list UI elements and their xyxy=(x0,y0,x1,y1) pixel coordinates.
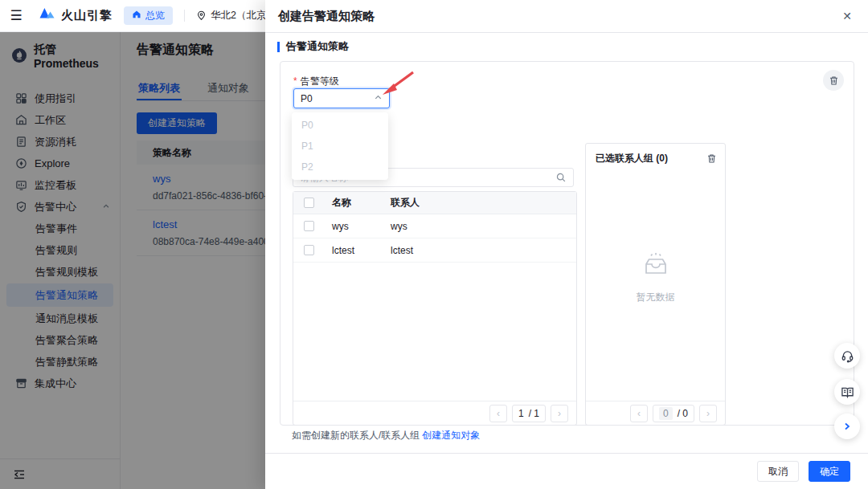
contact-row[interactable]: lctest lctest xyxy=(293,238,576,263)
book-icon xyxy=(841,385,854,399)
hint-text: 如需创建新的联系人/联系人组 xyxy=(292,430,420,441)
contact-person: wys xyxy=(391,221,576,232)
contact-table-header: 名称 联系人 xyxy=(293,192,576,214)
delete-card-button[interactable] xyxy=(823,70,844,91)
alert-level-value: P0 xyxy=(301,93,313,104)
alert-level-select[interactable]: P0 xyxy=(293,88,390,108)
section-title: 告警通知策略 xyxy=(277,39,349,54)
overview-badge-label: 总览 xyxy=(145,9,165,22)
clear-selected-button[interactable] xyxy=(706,153,717,164)
row-checkbox[interactable] xyxy=(304,221,314,231)
modal-dim-overlay xyxy=(0,32,265,489)
volcano-logo-icon xyxy=(39,7,56,25)
alert-level-label: *告警等级 xyxy=(293,75,339,88)
contact-group-table: 名称 联系人 wys wys lctest lctest ‹ 1 xyxy=(293,191,577,426)
column-name: 名称 xyxy=(314,196,391,210)
option-p2[interactable]: P2 xyxy=(292,157,388,177)
selected-panel-header: 已选联系人组 (0) xyxy=(586,144,725,165)
select-all-checkbox[interactable] xyxy=(304,198,314,208)
page-indicator[interactable]: 0 / 0 xyxy=(653,405,694,422)
page-total: / 0 xyxy=(678,408,688,419)
empty-state-text: 暂无数据 xyxy=(586,291,725,304)
brand-name: 火山引擎 xyxy=(61,8,113,23)
selected-panel-title: 已选联系人组 (0) xyxy=(596,152,668,165)
close-icon[interactable]: ✕ xyxy=(839,6,855,26)
location-pin-icon xyxy=(196,10,207,21)
drawer-title: 创建告警通知策略 xyxy=(278,9,375,24)
alert-level-label-text: 告警等级 xyxy=(301,75,339,87)
selected-groups-panel: 已选联系人组 (0) 暂无数据 ‹ 0 xyxy=(585,143,726,426)
page-indicator[interactable]: 1 / 1 xyxy=(512,405,546,422)
empty-inbox-icon xyxy=(641,252,671,278)
drawer-header: 创建告警通知策略 ✕ xyxy=(265,0,868,33)
trash-icon xyxy=(706,153,717,164)
create-policy-drawer: 创建告警通知策略 ✕ 告警通知策略 *告警等级 P0 xyxy=(265,0,868,489)
contact-person: lctest xyxy=(391,245,576,256)
home-icon xyxy=(132,10,141,22)
next-page-button[interactable]: › xyxy=(699,405,717,422)
contact-name: wys xyxy=(314,221,391,232)
overview-badge[interactable]: 总览 xyxy=(124,6,173,25)
empty-state: 暂无数据 xyxy=(586,252,725,304)
page-total: / 1 xyxy=(529,408,539,419)
contact-table-pagination: ‹ 1 / 1 › xyxy=(293,401,576,425)
topbar-divider xyxy=(184,10,185,22)
search-icon[interactable] xyxy=(555,172,567,183)
required-asterisk: * xyxy=(293,75,297,87)
prev-page-button[interactable]: ‹ xyxy=(489,405,507,422)
page-current: 1 xyxy=(518,408,524,419)
section-title-text: 告警通知策略 xyxy=(286,39,349,54)
chevron-up-icon xyxy=(374,93,383,104)
expand-panel-button[interactable] xyxy=(834,414,860,439)
page-current: 0 xyxy=(659,407,673,420)
trash-icon xyxy=(829,75,839,86)
section-accent-bar xyxy=(277,42,280,52)
confirm-button[interactable]: 确定 xyxy=(809,461,850,482)
support-button[interactable] xyxy=(834,343,860,369)
option-p1[interactable]: P1 xyxy=(292,136,388,157)
alert-level-dropdown: P0 P1 P2 xyxy=(292,112,388,180)
row-checkbox[interactable] xyxy=(304,245,314,255)
create-notify-target-link[interactable]: 创建通知对象 xyxy=(422,430,480,441)
option-p0[interactable]: P0 xyxy=(292,115,388,136)
cancel-button[interactable]: 取消 xyxy=(757,461,799,482)
page: ☰ 火山引擎 总览 华北2（北京） 托管 Prometheus xyxy=(0,0,868,489)
drawer-footer: 取消 确定 xyxy=(265,453,868,489)
selected-panel-pagination: ‹ 0 / 0 › xyxy=(586,401,725,425)
brand-logo: 火山引擎 xyxy=(39,7,113,25)
contact-row[interactable]: wys wys xyxy=(293,214,576,238)
docs-button[interactable] xyxy=(834,379,860,405)
headset-icon xyxy=(841,349,854,363)
contact-name: lctest xyxy=(314,245,391,256)
prev-page-button[interactable]: ‹ xyxy=(630,405,648,422)
chevron-right-icon xyxy=(842,422,852,431)
hamburger-menu-icon[interactable]: ☰ xyxy=(0,7,32,24)
create-target-hint: 如需创建新的联系人/联系人组创建通知对象 xyxy=(292,429,480,442)
column-contact: 联系人 xyxy=(391,196,576,210)
next-page-button[interactable]: › xyxy=(551,405,568,422)
